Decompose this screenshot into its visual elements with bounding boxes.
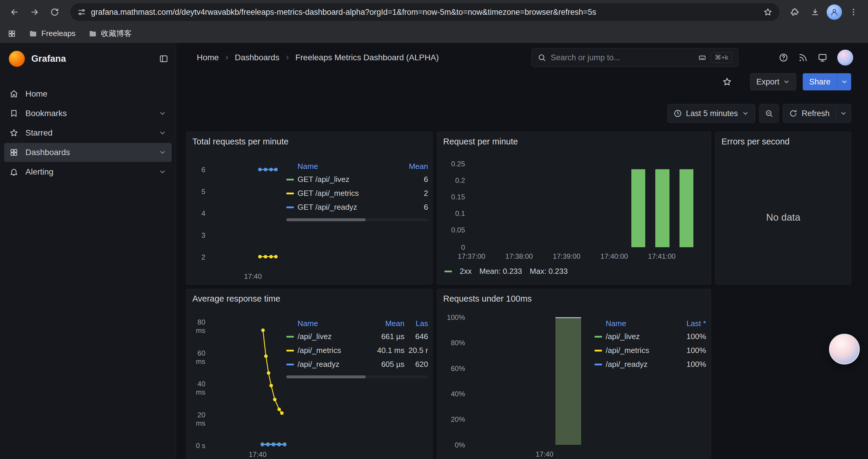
legend-row[interactable]: GET /api/_readyz 6	[286, 200, 428, 214]
chevron-down-icon[interactable]	[159, 129, 166, 137]
sidebar-item-label: Starred	[25, 128, 53, 138]
user-avatar[interactable]	[837, 50, 853, 66]
refresh-interval-caret-button[interactable]	[836, 104, 851, 123]
legend-table: Name Mean GET /api/_livez 6 GET /api/_me…	[286, 160, 428, 221]
refresh-button[interactable]: Refresh	[783, 104, 836, 123]
legend-row[interactable]: GET /api/_livez 6	[286, 172, 428, 186]
help-icon[interactable]	[779, 53, 788, 62]
extensions-icon[interactable]	[786, 4, 804, 21]
legend-row[interactable]: /api/_livez 100%	[594, 330, 706, 343]
share-button[interactable]: Share	[803, 73, 837, 90]
chevron-down-icon[interactable]	[159, 168, 166, 176]
home-icon	[9, 90, 18, 98]
chevron-down-icon	[742, 110, 749, 117]
sidebar: Grafana Home Bookmarks Starred	[0, 43, 176, 459]
legend-row[interactable]: /api/_readyz 100%	[594, 357, 706, 371]
display-icon[interactable]	[818, 53, 827, 62]
bookmark-folder-blogs[interactable]: 收藏博客	[89, 28, 132, 39]
bar-plot	[468, 164, 701, 247]
legend-row[interactable]: /api/_metrics 100%	[594, 343, 706, 357]
legend-row[interactable]: /api/_livez 661 µs 646	[286, 330, 428, 343]
zoom-out-button[interactable]	[759, 104, 779, 123]
panel-requests-under-100ms: Requests under 100ms 100% 80% 60% 40% 20…	[437, 289, 711, 459]
bell-icon	[9, 167, 18, 176]
bar-plot	[468, 317, 595, 445]
panel-average-response-time: Average response time 80 ms 60 ms 40 ms …	[186, 289, 433, 459]
news-rss-icon[interactable]	[798, 53, 808, 62]
scrollbar-thumb[interactable]	[286, 375, 366, 379]
series-swatch	[286, 179, 294, 181]
search-input[interactable]	[551, 53, 694, 62]
browser-profile-avatar[interactable]	[827, 4, 842, 20]
browser-reload-button[interactable]	[46, 4, 63, 21]
panel-errors-per-second: Errors per second No data	[715, 132, 851, 285]
sidebar-item-alerting[interactable]: Alerting	[4, 162, 172, 182]
sidebar-item-bookmarks[interactable]: Bookmarks	[4, 104, 172, 123]
sidebar-item-dashboards[interactable]: Dashboards	[4, 143, 172, 162]
search-box[interactable]: ⌘+k	[531, 48, 738, 67]
panel-request-per-minute: Request per minute 0.25 0.2 0.15 0.1 0.0…	[437, 132, 711, 285]
sidebar-item-label: Alerting	[25, 167, 54, 177]
brand-title: Grafana	[31, 54, 153, 64]
panel-title[interactable]: Requests under 100ms	[443, 294, 532, 304]
legend-col-mean[interactable]: Mean	[369, 319, 404, 328]
legend-col-last[interactable]: Las	[404, 319, 428, 328]
sidebar-item-starred[interactable]: Starred	[4, 124, 172, 142]
bookmark-star-icon[interactable]	[764, 8, 772, 17]
legend-row[interactable]: 2xx Mean: 0.233 Max: 0.233	[444, 267, 568, 276]
chevron-down-icon[interactable]	[159, 109, 166, 117]
share-label: Share	[809, 77, 831, 87]
total-requests-chart: 6 5 4 3 2 17:40	[191, 159, 291, 283]
line-plot	[209, 159, 289, 271]
dashboard-toolbar: Export Share	[176, 72, 868, 92]
url-text[interactable]: grafana.mathmast.com/d/deytv4rwavabkb/fr…	[91, 8, 758, 17]
breadcrumb-home[interactable]: Home	[197, 53, 219, 62]
panel-title[interactable]: Errors per second	[721, 137, 790, 146]
legend-row[interactable]: /api/_readyz 605 µs 620	[286, 357, 428, 371]
browser-menu-icon[interactable]	[845, 4, 862, 21]
panel-title[interactable]: Average response time	[192, 294, 280, 304]
legend-row[interactable]: GET /api/_metrics 2	[286, 186, 428, 200]
breadcrumb-current: Freeleaps Metrics Dashboard (ALPHA)	[296, 53, 439, 62]
legend-row[interactable]: /api/_metrics 40.1 ms 20.5 r	[286, 343, 428, 357]
legend-col-name[interactable]: Name	[298, 162, 399, 171]
browser-forward-button[interactable]	[26, 4, 43, 21]
browser-back-button[interactable]	[6, 4, 23, 21]
floating-assistant-avatar[interactable]	[829, 334, 860, 364]
legend-col-mean[interactable]: Mean	[399, 162, 428, 171]
legend-col-last[interactable]: Last *	[677, 319, 706, 328]
sidebar-toggle-icon[interactable]	[159, 54, 168, 63]
refresh-icon	[789, 109, 797, 118]
horizontal-scrollbar[interactable]	[286, 218, 428, 221]
legend-col-name[interactable]: Name	[298, 319, 369, 328]
star-icon	[9, 129, 18, 137]
time-range-label: Last 5 minutes	[686, 109, 738, 118]
scrollbar-thumb[interactable]	[286, 218, 366, 221]
sidebar-item-home[interactable]: Home	[4, 85, 172, 103]
average-response-chart: 80 ms 60 ms 40 ms 20 ms 0 s 17:40	[191, 316, 291, 458]
url-bar[interactable]: grafana.mathmast.com/d/deytv4rwavabkb/fr…	[70, 3, 779, 21]
export-button[interactable]: Export	[750, 73, 796, 90]
apps-grid-icon[interactable]	[8, 30, 16, 38]
share-caret-button[interactable]	[837, 73, 851, 90]
horizontal-scrollbar[interactable]	[286, 375, 428, 379]
site-info-icon[interactable]	[78, 8, 86, 16]
chevron-down-icon	[783, 78, 790, 85]
legend-col-name[interactable]: Name	[606, 319, 677, 328]
series-swatch	[286, 206, 294, 208]
breadcrumb-dashboards[interactable]: Dashboards	[235, 53, 279, 62]
panel-title[interactable]: Total requests per minute	[192, 137, 289, 146]
bookmark-folder-freeleaps[interactable]: Freeleaps	[29, 29, 75, 38]
series-swatch	[594, 350, 602, 352]
folder-icon	[29, 30, 37, 38]
favorite-star-button[interactable]	[722, 77, 732, 87]
chevron-down-icon	[840, 110, 847, 117]
time-range-button[interactable]: Last 5 minutes	[668, 104, 755, 123]
series-swatch	[444, 270, 452, 272]
chevron-down-icon[interactable]	[159, 149, 166, 156]
grafana-logo[interactable]	[9, 51, 25, 67]
download-icon[interactable]	[807, 4, 824, 21]
bookmark-label: Freeleaps	[41, 29, 75, 38]
panel-title[interactable]: Request per minute	[443, 137, 518, 146]
no-data-text: No data	[716, 212, 851, 223]
